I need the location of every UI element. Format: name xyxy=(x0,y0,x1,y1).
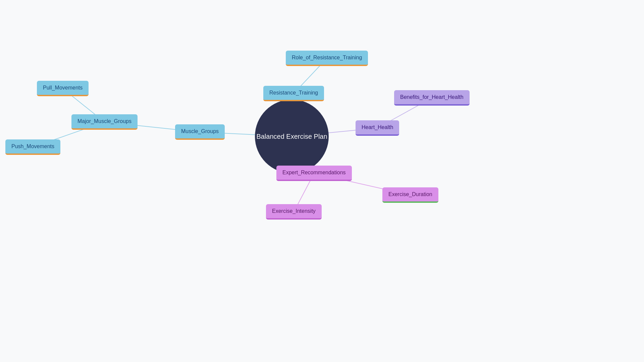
mind-map-canvas: Balanced Exercise Plan Muscle_Groups Maj… xyxy=(0,0,644,362)
push-movements-label: Push_Movements xyxy=(11,143,54,149)
exercise-duration-node[interactable]: Exercise_Duration xyxy=(382,187,438,203)
heart-health-label: Heart_Health xyxy=(362,124,393,130)
muscle-groups-node[interactable]: Muscle_Groups xyxy=(175,124,225,140)
resistance-training-node[interactable]: Resistance_Training xyxy=(263,86,324,101)
pull-movements-node[interactable]: Pull_Movements xyxy=(37,81,89,96)
push-movements-node[interactable]: Push_Movements xyxy=(5,139,60,155)
muscle-groups-label: Muscle_Groups xyxy=(181,128,219,134)
major-muscle-groups-label: Major_Muscle_Groups xyxy=(77,118,131,124)
exercise-duration-label: Exercise_Duration xyxy=(388,191,432,197)
heart-health-node[interactable]: Heart_Health xyxy=(356,120,399,136)
exercise-intensity-label: Exercise_Intensity xyxy=(272,208,316,214)
role-of-resistance-training-label: Role_of_Resistance_Training xyxy=(292,55,362,60)
benefits-for-heart-health-label: Benefits_for_Heart_Health xyxy=(400,94,464,100)
center-node[interactable]: Balanced Exercise Plan xyxy=(255,100,329,173)
role-of-resistance-training-node[interactable]: Role_of_Resistance_Training xyxy=(286,51,368,66)
expert-recommendations-label: Expert_Recommendations xyxy=(282,170,346,175)
exercise-intensity-node[interactable]: Exercise_Intensity xyxy=(266,204,322,220)
benefits-for-heart-health-node[interactable]: Benefits_for_Heart_Health xyxy=(394,90,470,106)
resistance-training-label: Resistance_Training xyxy=(269,90,318,96)
pull-movements-label: Pull_Movements xyxy=(43,85,83,90)
expert-recommendations-node[interactable]: Expert_Recommendations xyxy=(276,166,352,181)
center-node-label: Balanced Exercise Plan xyxy=(256,133,327,140)
major-muscle-groups-node[interactable]: Major_Muscle_Groups xyxy=(71,114,138,130)
